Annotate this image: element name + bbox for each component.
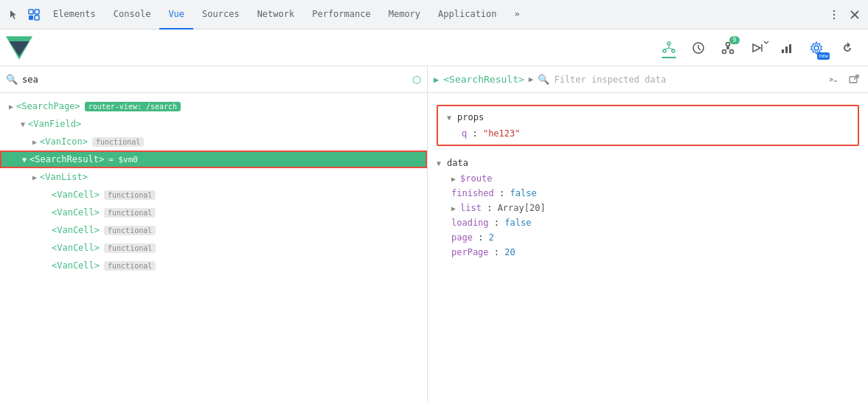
tab-performance[interactable]: Performance xyxy=(303,0,379,30)
tab-memory[interactable]: Memory xyxy=(380,0,429,30)
data-row-list[interactable]: ▶ list : Array[20] xyxy=(428,201,868,215)
svg-point-21 xyxy=(726,46,729,49)
vuex-button[interactable]: 9 xyxy=(715,35,741,61)
tab-more[interactable]: » xyxy=(506,0,529,30)
svg-rect-25 xyxy=(785,46,788,53)
data-key-loading: loading xyxy=(451,218,489,228)
tab-bar: Elements Console Vue Sources Network Per… xyxy=(0,0,868,30)
right-component-name: <SearchResult> xyxy=(443,74,524,85)
props-label: props xyxy=(457,112,484,122)
svg-point-4 xyxy=(833,10,835,11)
performance-button[interactable] xyxy=(774,35,800,61)
tree-node-van-field[interactable]: ▼ <VanField> xyxy=(0,115,427,133)
right-header: ▶ <SearchResult> ▶ 🔍 Filter inspected da… xyxy=(428,66,868,93)
left-panel: 🔍 ⬡ ▶ <SearchPage> router-view: /search … xyxy=(0,66,428,402)
van-field-name: <VanField> xyxy=(28,119,81,129)
right-panel: ▶ <SearchResult> ▶ 🔍 Filter inspected da… xyxy=(428,66,868,402)
tree-node-van-icon[interactable]: ▶ <VanIcon> functional xyxy=(0,133,427,150)
filter-extra-icon[interactable]: ⬡ xyxy=(412,74,421,86)
time-travel-button[interactable] xyxy=(685,35,712,61)
open-in-editor-icon[interactable] xyxy=(846,72,862,88)
right-panel-arrow: ▶ xyxy=(434,74,439,85)
data-key-page: page xyxy=(451,232,473,243)
component-search-bar: 🔍 ⬡ xyxy=(0,66,427,93)
close-icon[interactable] xyxy=(844,4,865,25)
svg-point-27 xyxy=(814,46,819,50)
van-cell-5-name: <VanCell> xyxy=(52,260,100,271)
tree-arrow-van-field: ▼ xyxy=(18,120,28,128)
tree-node-van-cell-1[interactable]: <VanCell> functional xyxy=(0,186,427,204)
svg-rect-3 xyxy=(35,15,39,20)
prop-q-row: q : "he123" xyxy=(438,125,858,142)
tab-elements[interactable]: Elements xyxy=(44,0,105,30)
data-section-header[interactable]: ▼ data xyxy=(428,155,868,171)
tree-node-van-cell-2[interactable]: <VanCell> functional xyxy=(0,204,427,221)
props-section: ▼ props q : "he123" xyxy=(437,105,859,146)
right-body: ▼ props q : "he123" ▼ data ▶ $ro xyxy=(428,93,868,402)
svg-point-6 xyxy=(833,17,835,18)
svg-marker-22 xyxy=(753,44,760,52)
route-badge-search-page: router-view: /search xyxy=(85,102,181,111)
svg-marker-10 xyxy=(10,41,29,56)
svg-point-12 xyxy=(663,49,666,52)
svg-rect-0 xyxy=(29,10,33,14)
functional-badge-van-cell-5: functional xyxy=(104,261,156,271)
cursor-icon[interactable] xyxy=(3,4,24,25)
svg-line-16 xyxy=(669,48,673,49)
component-search-input[interactable] xyxy=(22,74,408,85)
component-tree-button[interactable] xyxy=(656,35,682,61)
refresh-button[interactable] xyxy=(834,35,861,61)
list-expand-arrow: ▶ xyxy=(451,204,460,212)
data-val-page: 2 xyxy=(489,232,494,243)
van-cell-2-name: <VanCell> xyxy=(52,207,100,218)
functional-badge-van-cell-1: functional xyxy=(104,190,156,200)
toggle-code-icon[interactable] xyxy=(825,72,841,88)
props-arrow: ▼ xyxy=(447,114,457,122)
filter-search-icon: 🔍 xyxy=(538,74,549,85)
svg-rect-1 xyxy=(35,10,39,14)
svg-point-5 xyxy=(833,13,835,15)
tab-console[interactable]: Console xyxy=(105,0,160,30)
svg-point-18 xyxy=(726,42,730,46)
data-val-perpage: 20 xyxy=(504,247,515,257)
van-cell-1-name: <VanCell> xyxy=(52,190,100,200)
tree-node-search-page[interactable]: ▶ <SearchPage> router-view: /search xyxy=(0,97,427,115)
tree-node-van-cell-4[interactable]: <VanCell> functional xyxy=(0,239,427,257)
data-row-route[interactable]: ▶ $route xyxy=(428,171,868,186)
vuex-badge: 9 xyxy=(729,36,740,44)
tree-node-van-cell-5[interactable]: <VanCell> functional xyxy=(0,257,427,274)
tree-node-van-cell-3[interactable]: <VanCell> functional xyxy=(0,221,427,239)
tree-node-search-result[interactable]: ▼ <SearchResult> = $vm0 xyxy=(0,150,427,168)
props-section-header[interactable]: ▼ props xyxy=(438,109,858,125)
data-key-finished: finished xyxy=(451,188,494,198)
data-row-perpage: perPage : 20 xyxy=(428,245,868,260)
tree-node-van-list[interactable]: ▶ <VanList> xyxy=(0,168,427,186)
router-button[interactable] xyxy=(744,35,771,61)
svg-line-15 xyxy=(664,48,669,49)
tab-sources[interactable]: Sources xyxy=(193,0,249,30)
data-section: ▼ data ▶ $route finished : false ▶ xyxy=(428,152,868,263)
devtools-menu-icon[interactable] xyxy=(824,4,844,25)
svg-line-30 xyxy=(854,75,858,80)
van-cell-3-name: <VanCell> xyxy=(52,225,100,235)
data-val-list: Array[20] xyxy=(498,203,546,213)
data-key-route: $route xyxy=(460,173,492,184)
vm-label: = $vm0 xyxy=(108,155,138,164)
prop-q-key: q xyxy=(462,128,467,139)
vue-logo xyxy=(6,35,32,61)
svg-point-20 xyxy=(730,49,734,53)
data-row-page: page : 2 xyxy=(428,230,868,245)
data-key-list: list xyxy=(460,203,482,213)
tab-network[interactable]: Network xyxy=(249,0,304,30)
data-row-loading: loading : false xyxy=(428,215,868,230)
settings-button[interactable]: new xyxy=(803,35,830,61)
functional-badge-van-cell-4: functional xyxy=(104,243,156,253)
tab-application[interactable]: Application xyxy=(429,0,505,30)
tab-vue[interactable]: Vue xyxy=(159,0,193,30)
data-key-perpage: perPage xyxy=(451,247,489,257)
inspect-icon[interactable] xyxy=(24,4,44,25)
svg-point-11 xyxy=(667,42,670,45)
settings-new-badge: new xyxy=(817,52,830,60)
right-panel-chevron: ▶ xyxy=(529,74,534,84)
van-cell-4-name: <VanCell> xyxy=(52,243,100,253)
